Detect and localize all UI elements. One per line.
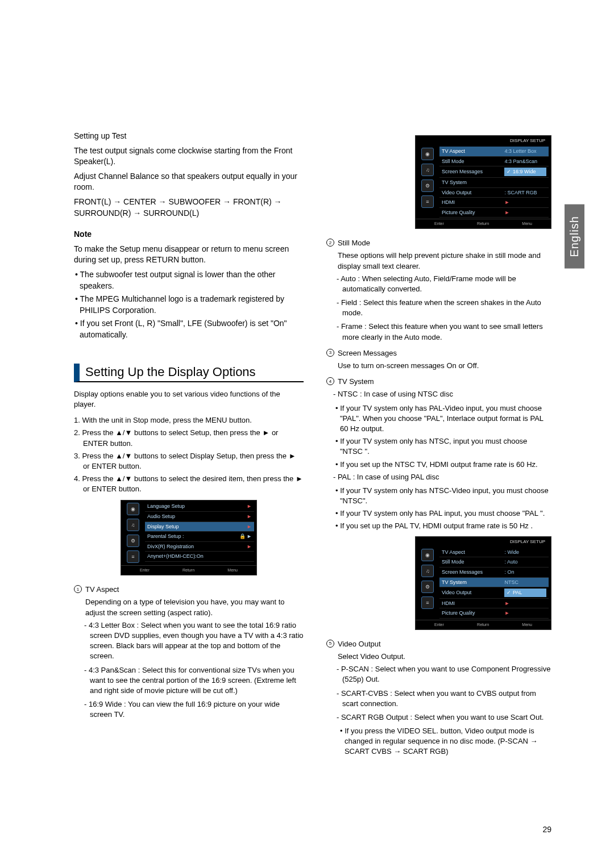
video-output-desc: Select Video Output. bbox=[326, 652, 551, 662]
pal-bullet-2: If you set up the PAL TV, HDMI output fr… bbox=[326, 521, 551, 531]
tv-aspect-opt-2: - 16:9 Wide : You can view the full 16:9… bbox=[74, 699, 304, 720]
osd3-icon-3: ⚙ bbox=[421, 581, 434, 593]
osd1-row-4: DivX(R) Registration► bbox=[145, 542, 254, 552]
osd1-row-3: Parental Setup :🔒 ► bbox=[145, 532, 254, 542]
osd2-icon-1: ◉ bbox=[421, 148, 434, 160]
osd3-icon-1: ◉ bbox=[421, 549, 434, 561]
osd-icon-setup2: ≡ bbox=[127, 550, 139, 563]
item-tv-system: 4 TV System bbox=[326, 377, 551, 387]
video-output-title: Video Output bbox=[338, 639, 381, 649]
main-columns: Setting up Test The test output signals … bbox=[74, 131, 551, 760]
video-output-opt-0: - P-SCAN : Select when you want to use C… bbox=[326, 664, 551, 685]
step-2: 2. Press the ▲/▼ buttons to select Setup… bbox=[74, 428, 304, 448]
osd2-footer-1: Return bbox=[477, 221, 489, 227]
still-mode-opt-1: - Field : Select this feature when the s… bbox=[326, 298, 551, 318]
osd1-row-0: Language Setup► bbox=[145, 502, 254, 512]
osd2-row-2: Screen Messages✓ 16:9 Wide bbox=[439, 166, 549, 178]
note-text: To make the Setup menu disappear or retu… bbox=[74, 244, 304, 266]
osd3-title: DISPLAY SETUP bbox=[416, 537, 551, 546]
tv-aspect-title: TV Aspect bbox=[85, 585, 119, 595]
note-bullet-2: The MPEG Multichannel logo is a trademar… bbox=[74, 294, 304, 316]
num-1-icon: 1 bbox=[74, 585, 82, 593]
step-1: 1. With the unit in Stop mode, press the… bbox=[74, 415, 304, 425]
note-label: Note bbox=[74, 229, 304, 240]
osd2-row-1: Still Mode4:3 Pan&Scan bbox=[439, 157, 549, 167]
osd2-row-4: Video Output: SCART RGB bbox=[439, 188, 549, 198]
osd1-footer-enter: Enter bbox=[140, 567, 150, 573]
still-mode-desc: These options will help prevent picture … bbox=[326, 251, 551, 271]
adjust-balance-text: Adjust Channel Balance so that speakers … bbox=[74, 171, 304, 193]
osd3-row-3: TV SystemNTSC bbox=[439, 578, 549, 588]
language-tab: English bbox=[565, 205, 584, 269]
test-output-text: The test output signals come clockwise s… bbox=[74, 145, 304, 168]
osd3-row-5: HDMI► bbox=[439, 599, 549, 609]
osd2-row-3: TV System bbox=[439, 178, 549, 188]
item-tv-aspect: 1 TV Aspect bbox=[74, 585, 304, 595]
section-desc: Display options enable you to set variou… bbox=[74, 389, 304, 410]
num-5-icon: 5 bbox=[326, 640, 334, 648]
note-bullet-1: The subwoofer test output signal is lowe… bbox=[74, 269, 304, 291]
setup-test-heading: Setting up Test bbox=[74, 131, 304, 142]
still-mode-opt-0: - Auto : When selecting Auto, Field/Fram… bbox=[326, 274, 551, 294]
osd3-row-6: Picture Quality► bbox=[439, 608, 549, 619]
video-output-sub: If you press the VIDEO SEL. button, Vide… bbox=[326, 726, 551, 757]
osd1-footer-return: Return bbox=[182, 567, 194, 573]
still-mode-opt-2: - Frame : Select this feature when you w… bbox=[326, 322, 551, 342]
item-video-output: 5 Video Output bbox=[326, 639, 551, 649]
video-output-opt-2: - SCART RGB Output : Select when you wan… bbox=[326, 712, 551, 723]
tv-aspect-opt-0: - 4:3 Letter Box : Select when you want … bbox=[74, 620, 304, 662]
osd2-row-5: HDMI► bbox=[439, 198, 549, 208]
screen-msg-title: Screen Messages bbox=[338, 348, 397, 358]
osd2-title: DISPLAY SETUP bbox=[416, 136, 551, 145]
osd3-row-1: Still Mode: Auto bbox=[439, 557, 549, 567]
osd3-footer-0: Enter bbox=[434, 622, 444, 628]
osd-display-setup-1: DISPLAY SETUP ◉ ♫ ⚙ ≡ TV Aspect4:3 Lette… bbox=[415, 135, 551, 229]
tv-system-ntsc: - NTSC : In case of using NTSC disc bbox=[326, 389, 551, 399]
osd1-row-5: Anynet+(HDMI-CEC):On bbox=[145, 552, 254, 562]
num-2-icon: 2 bbox=[326, 239, 334, 247]
osd3-row-2: Screen Messages: On bbox=[439, 567, 549, 578]
osd3-icon-4: ≡ bbox=[421, 596, 434, 609]
osd3-icon-2: ♫ bbox=[421, 565, 434, 577]
osd1-row-1: Audio Setup► bbox=[145, 512, 254, 522]
tv-system-pal: - PAL : In case of using PAL disc bbox=[326, 472, 551, 482]
osd2-footer-0: Enter bbox=[434, 221, 444, 227]
num-4-icon: 4 bbox=[326, 377, 334, 385]
pal-bullet-1: If your TV system only has PAL input, yo… bbox=[326, 508, 551, 519]
osd2-icon-4: ≡ bbox=[421, 195, 434, 208]
left-column: Setting up Test The test output signals … bbox=[74, 131, 304, 760]
osd-setup-menu: ◉ ♫ ⚙ ≡ Language Setup► Audio Setup► Dis… bbox=[121, 500, 257, 575]
osd1-row-2: Display Setup► bbox=[145, 522, 254, 532]
ntsc-bullet-2: If you set up the NTSC TV, HDMI output f… bbox=[326, 460, 551, 470]
ntsc-bullet-1: If your TV system only has NTSC, input y… bbox=[326, 436, 551, 457]
num-3-icon: 3 bbox=[326, 349, 334, 357]
osd-display-setup-2: DISPLAY SETUP ◉ ♫ ⚙ ≡ TV Aspect: Wide St… bbox=[415, 536, 551, 630]
osd3-row-4: Video Output✓ PAL bbox=[439, 587, 549, 599]
osd2-row-0: TV Aspect4:3 Letter Box bbox=[439, 147, 549, 157]
steps-list: 1. With the unit in Stop mode, press the… bbox=[74, 415, 304, 494]
osd3-footer-1: Return bbox=[477, 622, 489, 628]
right-column: DISPLAY SETUP ◉ ♫ ⚙ ≡ TV Aspect4:3 Lette… bbox=[326, 131, 551, 760]
note-bullet-3: If you set Front (L, R) "Small", LFE (Su… bbox=[74, 318, 304, 340]
osd2-row-6: Picture Quality► bbox=[439, 208, 549, 218]
osd-icon-setup: ⚙ bbox=[127, 535, 139, 547]
still-mode-title: Still Mode bbox=[338, 238, 370, 248]
osd3-row-0: TV Aspect: Wide bbox=[439, 548, 549, 558]
step-3: 3. Press the ▲/▼ buttons to select Displ… bbox=[74, 451, 304, 471]
tv-system-title: TV System bbox=[338, 377, 374, 387]
page-number: 29 bbox=[542, 825, 551, 834]
pal-bullet-0: If your TV system only has NTSC-Video in… bbox=[326, 486, 551, 506]
section-heading-display-options: Setting Up the Display Options bbox=[74, 364, 304, 382]
step-4: 4. Press the ▲/▼ buttons to select the d… bbox=[74, 474, 304, 494]
tv-aspect-opt-1: - 4:3 Pan&Scan : Select this for convent… bbox=[74, 665, 304, 696]
osd2-footer-2: Menu bbox=[522, 221, 532, 227]
item-screen-messages: 3 Screen Messages bbox=[326, 348, 551, 358]
osd-icon-function: ♫ bbox=[127, 519, 139, 531]
osd-icon-disc: ◉ bbox=[127, 503, 139, 515]
osd1-footer-menu: Menu bbox=[227, 567, 238, 573]
osd2-icon-2: ♫ bbox=[421, 164, 434, 176]
item-still-mode: 2 Still Mode bbox=[326, 238, 551, 248]
speaker-chain: FRONT(L) → CENTER → SUBWOOFER → FRONT(R)… bbox=[74, 197, 304, 219]
osd3-footer-2: Menu bbox=[522, 622, 532, 628]
video-output-opt-1: - SCART-CVBS : Select when you want to C… bbox=[326, 688, 551, 709]
